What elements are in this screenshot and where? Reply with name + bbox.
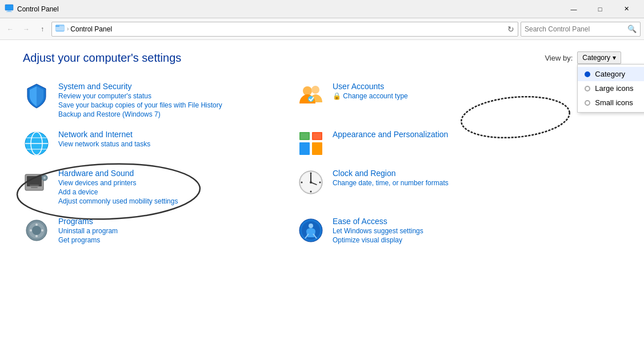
titlebar-controls: — □ ✕ xyxy=(561,0,639,18)
back-button[interactable]: ← xyxy=(3,22,17,36)
main-header: Adjust your computer's settings View by:… xyxy=(23,51,621,65)
ease-access-link-2[interactable]: Optimize visual display xyxy=(333,236,423,244)
main-content: Adjust your computer's settings View by:… xyxy=(0,40,644,339)
viewby-arrow: ▾ xyxy=(613,54,616,62)
appearance-text: Appearance and Personalization xyxy=(333,130,448,139)
radio-category xyxy=(585,71,590,77)
category-network-internet: Network and Internet View network status… xyxy=(23,130,263,157)
category-ease-access: Ease of Access Let Windows suggest setti… xyxy=(297,217,537,244)
system-security-link-2[interactable]: Save your backup copies of your files wi… xyxy=(58,101,222,109)
network-internet-icon xyxy=(23,130,50,157)
ease-access-text: Ease of Access Let Windows suggest setti… xyxy=(333,217,423,244)
svg-rect-20 xyxy=(312,142,322,155)
ease-access-link[interactable]: Ease of Access xyxy=(333,217,423,226)
clock-region-icon xyxy=(297,169,325,196)
programs-link-1[interactable]: Uninstall a program xyxy=(58,227,118,235)
viewby-current: Category xyxy=(582,54,610,62)
option-label-small-icons: Small icons xyxy=(595,98,633,107)
radio-small-icons xyxy=(585,100,590,106)
breadcrumb-text: Control Panel xyxy=(70,25,112,33)
clock-region-link[interactable]: Clock and Region xyxy=(333,169,449,178)
system-security-link-1[interactable]: Review your computer's status xyxy=(58,92,222,100)
page-title: Adjust your computer's settings xyxy=(23,51,181,65)
svg-rect-1 xyxy=(7,10,11,11)
svg-rect-22 xyxy=(313,133,321,139)
network-internet-link-1[interactable]: View network status and tasks xyxy=(58,140,150,148)
radio-large-icons xyxy=(585,86,590,91)
app-icon xyxy=(5,3,14,14)
system-security-link[interactable]: System and Security xyxy=(58,82,222,91)
breadcrumb-chevron: › xyxy=(67,26,69,32)
system-security-text: System and Security Review your computer… xyxy=(58,82,222,118)
forward-button[interactable]: → xyxy=(19,22,33,36)
hardware-sound-link-3[interactable]: Adjust commonly used mobility settings xyxy=(58,197,178,205)
hardware-sound-link-1[interactable]: View devices and printers xyxy=(58,179,178,187)
hardware-sound-link[interactable]: Hardware and Sound xyxy=(58,169,178,178)
svg-point-35 xyxy=(310,173,312,174)
programs-link[interactable]: Programs xyxy=(58,217,118,226)
category-hardware-sound: Hardware and Sound View devices and prin… xyxy=(23,169,263,205)
svg-point-37 xyxy=(301,182,303,184)
ease-access-icon xyxy=(297,217,325,244)
category-clock-region: Clock and Region Change date, time, or n… xyxy=(297,169,537,205)
viewby-button[interactable]: Category ▾ xyxy=(577,51,621,64)
system-security-link-3[interactable]: Backup and Restore (Windows 7) xyxy=(58,110,222,118)
svg-rect-19 xyxy=(299,142,310,155)
hardware-sound-link-2[interactable]: Add a device xyxy=(58,188,178,196)
viewby-option-category[interactable]: Category xyxy=(578,67,644,81)
search-input[interactable] xyxy=(525,25,627,33)
programs-icon xyxy=(23,217,50,244)
up-button[interactable]: ↑ xyxy=(35,22,49,36)
titlebar: Control Panel — □ ✕ xyxy=(0,0,644,18)
clock-region-link-1[interactable]: Change date, time, or number formats xyxy=(333,179,449,187)
minimize-button[interactable]: — xyxy=(561,0,587,18)
appearance-icon xyxy=(297,130,325,157)
system-security-icon xyxy=(23,82,50,109)
search-icon: 🔍 xyxy=(627,25,637,33)
user-accounts-link[interactable]: User Accounts xyxy=(333,82,408,91)
user-accounts-link-1[interactable]: 🔒 Change account type xyxy=(333,92,408,100)
appearance-link[interactable]: Appearance and Personalization xyxy=(333,130,448,139)
viewby-dropdown[interactable]: Category ▾ Category Large icons xyxy=(577,51,621,64)
titlebar-left: Control Panel xyxy=(5,3,59,14)
option-label-large-icons: Large icons xyxy=(595,84,633,93)
ease-access-link-1[interactable]: Let Windows suggest settings xyxy=(333,227,423,235)
svg-rect-7 xyxy=(55,25,59,27)
viewby-option-large-icons[interactable]: Large icons xyxy=(578,81,644,95)
svg-rect-27 xyxy=(30,185,39,186)
svg-point-48 xyxy=(309,224,313,228)
refresh-button[interactable]: ↻ xyxy=(507,25,514,34)
hardware-sound-icon xyxy=(23,169,50,196)
svg-point-41 xyxy=(32,226,41,235)
svg-point-42 xyxy=(35,224,38,226)
address-folder-icon xyxy=(55,23,65,34)
svg-point-10 xyxy=(311,86,319,94)
svg-rect-21 xyxy=(301,133,309,139)
close-button[interactable]: ✕ xyxy=(613,0,639,18)
svg-rect-0 xyxy=(5,5,13,10)
svg-point-36 xyxy=(310,191,312,193)
maximize-button[interactable]: □ xyxy=(587,0,613,18)
addressbar: ← → ↑ › Control Panel ↻ 🔍 xyxy=(0,18,644,40)
titlebar-title: Control Panel xyxy=(17,5,59,13)
option-label-category: Category xyxy=(595,70,625,78)
clock-region-text: Clock and Region Change date, time, or n… xyxy=(333,169,449,187)
user-accounts-icon xyxy=(297,82,325,109)
svg-point-9 xyxy=(303,86,312,95)
viewby-control: View by: Category ▾ Category xyxy=(545,51,621,64)
svg-point-44 xyxy=(30,229,32,232)
search-box[interactable]: 🔍 xyxy=(521,22,641,37)
breadcrumb: › Control Panel xyxy=(67,25,112,33)
svg-rect-2 xyxy=(6,11,12,12)
categories-grid: System and Security Review your computer… xyxy=(23,82,537,244)
network-internet-text: Network and Internet View network status… xyxy=(58,130,150,148)
viewby-label: View by: xyxy=(545,54,573,62)
programs-link-2[interactable]: Get programs xyxy=(58,236,118,244)
address-box[interactable]: › Control Panel ↻ xyxy=(51,22,518,37)
viewby-menu: Category Large icons Small icons xyxy=(577,64,644,113)
user-accounts-text: User Accounts 🔒 Change account type xyxy=(333,82,408,100)
viewby-option-small-icons[interactable]: Small icons xyxy=(578,95,644,110)
svg-rect-28 xyxy=(31,187,38,188)
svg-point-26 xyxy=(43,177,46,179)
network-internet-link[interactable]: Network and Internet xyxy=(58,130,150,139)
